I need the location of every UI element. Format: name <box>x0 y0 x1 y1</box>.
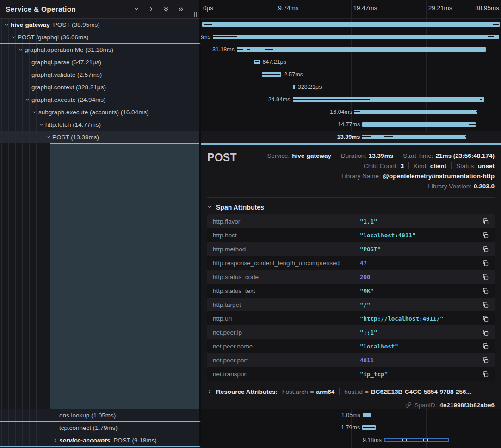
span-id-value: 4e21998f3b82abe6 <box>439 402 495 409</box>
span-bar[interactable] <box>362 135 466 139</box>
span-operation-label: dns.lookup (1.05ms) <box>59 412 116 419</box>
chevron-down-icon[interactable] <box>37 122 45 127</box>
chevron-down-icon[interactable] <box>3 22 11 27</box>
span-bar[interactable] <box>384 438 449 442</box>
double-chevron-down-icon[interactable] <box>163 6 169 12</box>
span-bar[interactable] <box>254 60 260 64</box>
span-operation-label: tcp.connect (1.79ms) <box>59 424 118 431</box>
span-tree-item[interactable]: dns.lookup (1.05ms) <box>0 409 201 422</box>
child-span-tick <box>262 74 280 75</box>
resource-attributes-title: Resource Attributes: <box>216 388 278 395</box>
span-duration-label: 647.21μs <box>262 56 286 68</box>
span-meta: Service:hive-gatewayDuration:13.39msStar… <box>237 150 495 191</box>
span-tree-item[interactable]: graphql.context (328.21μs) <box>0 81 201 93</box>
span-row: graphql.context (328.21μs)328.21μs <box>0 81 501 93</box>
attribute-row: http.status_code200 <box>207 270 495 284</box>
span-tree-item[interactable]: graphql.operation Me (31.18ms) <box>0 44 201 56</box>
meta-label: Duration: <box>341 152 366 159</box>
span-operation-label: http.fetch (14.77ms) <box>45 121 101 128</box>
double-chevron-right-icon[interactable] <box>178 6 184 12</box>
resource-attributes-toggle[interactable]: Resource Attributes: host.arch=arm64host… <box>207 386 495 397</box>
child-span-tick <box>255 61 259 62</box>
resource-attributes-preview: host.arch=arm64host.id=BC62E13B-C4CC-585… <box>282 388 471 395</box>
span-bar[interactable] <box>362 425 376 430</box>
span-row: graphql.validate (2.57ms)2.57ms <box>0 68 501 81</box>
span-duration-label: 2.57ms <box>284 68 303 81</box>
span-id-row: SpanID: 4e21998f3b82abe6 <box>207 400 495 409</box>
resource-value: arm64 <box>316 388 334 395</box>
chevron-down-icon[interactable] <box>44 135 52 140</box>
axis-tick-label: 29.21ms <box>428 0 452 17</box>
meta-label: Start Time: <box>403 152 433 159</box>
copy-icon[interactable] <box>482 232 489 239</box>
span-tree-item[interactable]: hive-gatewayPOST (38.95ms) <box>0 19 201 31</box>
span-attributes-table: http.flavor"1.1"http.host"localhost:4011… <box>207 214 495 381</box>
span-duration-label: 24.94ms <box>268 93 291 106</box>
chevron-down-icon[interactable] <box>31 110 38 115</box>
copy-icon[interactable] <box>482 274 489 280</box>
span-bar[interactable] <box>293 85 295 89</box>
chevron-right-icon[interactable] <box>148 6 154 12</box>
attribute-value: "/" <box>360 301 482 308</box>
span-tree-item[interactable]: POST /graphql (36.06ms) <box>0 31 201 44</box>
chevron-down-icon[interactable] <box>10 35 18 40</box>
span-bar[interactable] <box>293 97 484 102</box>
copy-icon[interactable] <box>482 218 489 225</box>
span-bar[interactable] <box>354 110 477 114</box>
copy-icon[interactable] <box>482 357 489 364</box>
span-operation-label: graphql.execute (24.94ms) <box>31 96 106 103</box>
copy-icon[interactable] <box>482 246 489 253</box>
span-attributes-toggle[interactable]: Span Attributes <box>207 203 495 211</box>
span-operation-label: POST (9.18ms) <box>113 437 157 444</box>
span-bar[interactable] <box>362 122 476 127</box>
copy-icon[interactable] <box>482 343 489 350</box>
copy-icon[interactable] <box>482 315 489 322</box>
span-tree-item[interactable]: graphql.parse (647.21μs) <box>0 56 201 68</box>
copy-icon[interactable] <box>482 301 489 308</box>
link-icon[interactable] <box>405 402 412 408</box>
span-bar[interactable] <box>363 413 371 417</box>
span-tree-item[interactable]: POST (13.39ms) <box>0 131 201 143</box>
column-resize-handle[interactable] <box>194 12 197 17</box>
attribute-key: net.transport <box>213 371 360 378</box>
chevron-right-icon[interactable] <box>51 438 59 443</box>
span-timeline-cell: 14.77ms <box>201 118 501 131</box>
child-span-tick <box>362 136 371 137</box>
span-attributes-title: Span Attributes <box>216 204 264 211</box>
attribute-value: "OK" <box>360 287 482 294</box>
copy-icon[interactable] <box>482 371 489 378</box>
child-span-dot <box>402 439 403 441</box>
chevron-down-icon[interactable] <box>17 47 25 52</box>
span-detail-region: POST Service:hive-gatewayDuration:13.39m… <box>0 143 501 409</box>
span-timeline-cell: 1.79ms <box>201 422 501 434</box>
span-tree-item[interactable]: subgraph.execute (accounts) (16.04ms) <box>0 106 201 118</box>
span-tree-item[interactable]: tcp.connect (1.79ms) <box>0 422 201 434</box>
span-tree-item[interactable]: http.fetch (14.77ms) <box>0 118 201 131</box>
span-timeline-cell: 31.18ms <box>201 44 501 56</box>
attribute-value: "ip_tcp" <box>360 371 482 378</box>
child-span-dot <box>427 439 428 441</box>
chevron-down-icon[interactable] <box>24 97 31 102</box>
span-meta-line: Library Name:@opentelemetry/instrumentat… <box>237 171 495 181</box>
span-bar[interactable] <box>237 47 486 52</box>
service-name: hive-gateway <box>11 21 50 28</box>
divider <box>408 162 409 169</box>
child-span-tick <box>354 111 360 112</box>
copy-icon[interactable] <box>482 260 489 267</box>
span-timeline-cell: 2.57ms <box>201 68 501 81</box>
span-tree-item[interactable]: service-accountsPOST (9.18ms) <box>0 434 201 447</box>
attribute-key: net.peer.ip <box>213 329 360 336</box>
span-tree-item[interactable]: graphql.validate (2.57ms) <box>0 68 201 81</box>
span-bar[interactable] <box>202 22 500 27</box>
child-span-dot <box>423 439 425 441</box>
copy-icon[interactable] <box>482 329 489 336</box>
span-tree-item[interactable]: graphql.execute (24.94ms) <box>0 93 201 106</box>
span-operation-label: graphql.parse (647.21μs) <box>31 59 101 66</box>
span-bar[interactable] <box>262 72 281 77</box>
attribute-row: http.host"localhost:4011" <box>207 228 495 242</box>
span-title: POST <box>207 151 237 191</box>
copy-icon[interactable] <box>482 287 489 294</box>
span-bar[interactable] <box>213 35 499 39</box>
chevron-down-icon[interactable] <box>134 6 139 12</box>
attribute-key: http.flavor <box>213 218 360 225</box>
